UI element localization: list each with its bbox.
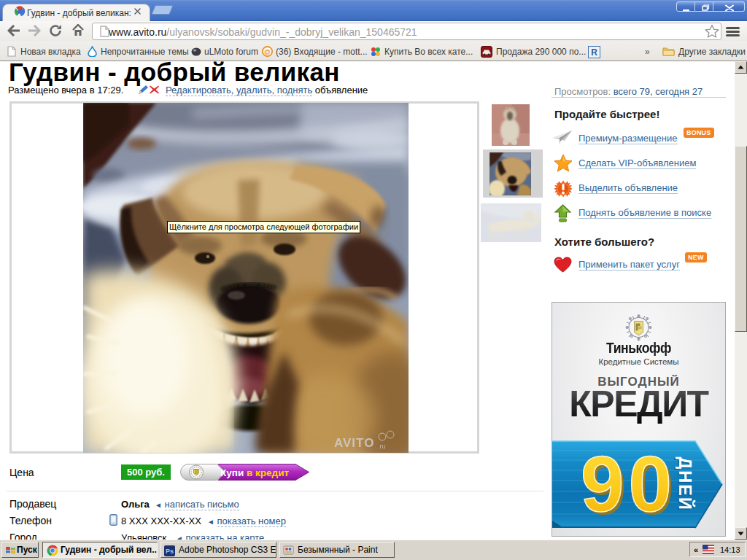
svg-text:R: R: [591, 47, 597, 58]
svg-text:Ps: Ps: [166, 548, 174, 555]
svg-text:.ru: .ru: [378, 443, 386, 450]
svg-text:Купи: Купи: [220, 467, 244, 478]
svg-text:AVITO: AVITO: [334, 436, 374, 450]
svg-text:90: 90: [581, 440, 676, 528]
svg-text:в кредит: в кредит: [247, 467, 289, 478]
svg-text:ДНЕЙ: ДНЕЙ: [676, 457, 695, 511]
svg-text:@: @: [264, 48, 271, 55]
